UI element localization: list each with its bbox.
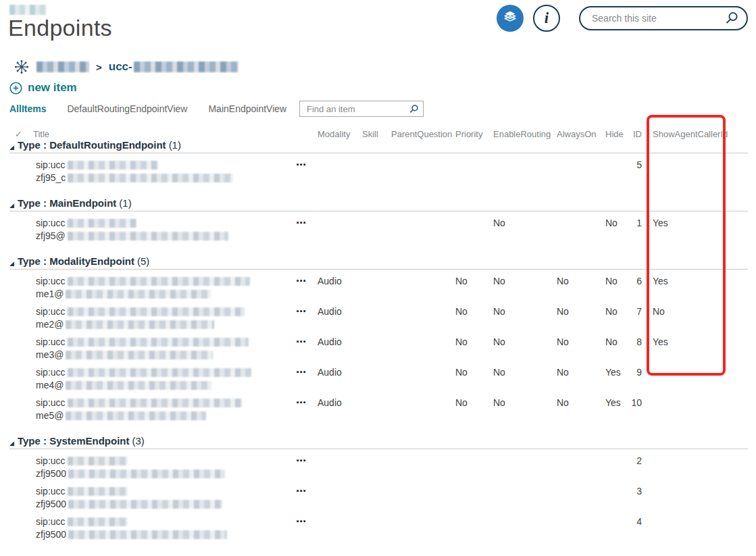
table-row[interactable]: sip:ucc me4@ ⋯ Audio No No No Yes [9,361,748,391]
group-count: (5) [137,255,149,268]
row-menu-ellipsis[interactable]: ⋯ [296,455,315,480]
row-menu-ellipsis[interactable]: ⋯ [296,485,315,511]
table-row[interactable]: sip:ucc zfj9500 ⋯ [9,480,748,510]
column-header-enablerouting[interactable]: EnableRouting [490,129,554,139]
group-section: ◢ Type : ModalityEndpoint (5) sip:ucc me… [9,255,748,422]
title-line2-redacted [68,232,228,241]
column-header-priority[interactable]: Priority [453,129,490,139]
group-count: (1) [169,139,181,151]
find-an-item-box[interactable] [299,101,424,117]
column-header-parentquestion[interactable]: ParentQuestion [388,129,453,139]
parentquestion-cell [388,515,453,541]
table-row[interactable]: sip:ucc zfj95@ ⋯ No No [9,211,748,242]
select-all-checkmark[interactable]: ✓ [9,129,30,139]
row-menu-ellipsis[interactable]: ⋯ [296,397,315,422]
group-header[interactable]: ◢ Type : ModalityEndpoint (5) [9,255,748,270]
title-cell[interactable]: sip:ucc me3@ [9,336,296,361]
site-search-box[interactable] [579,6,748,30]
parentquestion-cell [388,366,453,392]
title-cell[interactable]: sip:ucc me4@ [9,366,296,392]
table-row[interactable]: sip:ucc me5@ ⋯ Audio No No No Yes [9,391,748,422]
column-header-id[interactable]: ID [627,129,642,139]
title-line1-redacted [68,219,136,228]
alwayson-cell [554,485,603,511]
showagentcallerid-cell: No [642,305,748,331]
column-header-title[interactable]: Title [30,129,49,139]
row-menu-ellipsis[interactable]: ⋯ [296,336,315,361]
title-cell[interactable]: sip:ucc me2@ [9,305,296,331]
view-tab-mainendpointview[interactable]: MainEndpointView [208,103,286,114]
row-menu-ellipsis[interactable]: ⋯ [296,515,315,541]
column-header-modality[interactable]: Modality [315,129,359,139]
title-line2-redacted [68,530,227,539]
skill-cell [359,159,388,184]
alwayson-cell [554,455,603,480]
row-menu-ellipsis[interactable]: ⋯ [296,275,315,301]
column-header-hide[interactable]: Hide [603,129,627,139]
column-header-skill[interactable]: Skill [359,129,388,139]
table-row[interactable]: sip:ucc zfj95_c ⋯ [9,153,748,184]
view-tab-defaultroutingendpointview[interactable]: DefaultRoutingEndpointView [67,103,187,114]
id-cell: 6 [627,275,642,301]
find-an-item-input[interactable] [305,103,409,115]
view-tab-allitems[interactable]: AllItems [9,103,46,114]
title-cell[interactable]: sip:ucc zfj9500 [9,485,296,511]
skill-cell [359,455,388,480]
info-icon: i [545,10,549,26]
priority-cell [453,485,490,511]
hide-cell: No [603,217,627,243]
library-books-button[interactable] [497,5,524,32]
title-line2-prefix: zfj9500 [36,467,66,480]
priority-cell: No [453,366,490,392]
title-cell[interactable]: sip:ucc zfj9500 [9,515,296,541]
title-line1-prefix: sip:ucc [36,305,66,318]
alwayson-cell: No [554,305,603,331]
title-line2-redacted [68,174,233,182]
column-header-showagentcallerid[interactable]: ShowAgentCallerId [642,129,748,139]
modality-cell [315,217,359,243]
showagentcallerid-cell [642,159,748,184]
row-menu-ellipsis[interactable]: ⋯ [296,159,315,184]
title-cell[interactable]: sip:ucc zfj9500 [9,455,296,480]
id-cell: 7 [627,305,642,331]
group-header[interactable]: ◢ Type : DefaultRoutingEndpoint (1) [9,139,748,153]
table-row[interactable]: sip:ucc zfj9500 ⋯ [9,449,748,480]
group-label: Type : ModalityEndpoint [18,255,134,268]
breadcrumb-current[interactable]: ucc- [109,60,238,74]
table-row[interactable]: sip:ucc me1@ ⋯ Audio No No No No [9,270,748,300]
column-header-alwayson[interactable]: AlwaysOn [554,129,603,139]
table-row[interactable]: sip:ucc me3@ ⋯ Audio No No No No [9,330,748,361]
new-item-button[interactable]: new item [9,80,77,95]
table-row[interactable]: sip:ucc me2@ ⋯ Audio No No No No [9,300,748,330]
site-search-input[interactable] [590,12,724,24]
enablerouting-cell: No [490,366,554,392]
title-line1-prefix: sip:ucc [36,159,66,172]
priority-cell [453,159,490,184]
title-cell[interactable]: sip:ucc zfj95_c [9,159,296,184]
breadcrumb: > ucc- [14,57,238,76]
title-cell[interactable]: sip:ucc me5@ [9,397,296,422]
title-line1-prefix: sip:ucc [36,275,66,288]
title-cell[interactable]: sip:ucc zfj95@ [9,217,296,243]
row-menu-ellipsis[interactable]: ⋯ [296,305,315,331]
enablerouting-cell: No [490,305,554,331]
title-cell[interactable]: sip:ucc me1@ [9,275,296,301]
title-line2-prefix: zfj9500 [36,528,66,541]
table-row[interactable]: sip:ucc zfj9500 ⋯ [9,510,748,540]
row-menu-ellipsis[interactable]: ⋯ [296,366,315,392]
enablerouting-cell [490,455,554,480]
showagentcallerid-cell [642,397,748,422]
id-cell: 10 [627,397,642,422]
group-header[interactable]: ◢ Type : SystemEndpoint (3) [9,435,748,449]
showagentcallerid-cell: Yes [642,275,748,301]
breadcrumb-parent-redacted[interactable] [36,61,89,72]
group-header[interactable]: ◢ Type : MainEndpoint (1) [9,197,748,211]
group-rows: sip:ucc zfj95@ ⋯ No No [9,211,748,242]
info-button[interactable]: i [533,5,560,32]
find-magnifier-icon[interactable] [409,104,419,114]
showagentcallerid-cell [642,485,748,511]
modality-cell [315,515,359,541]
parentquestion-cell [388,485,453,511]
row-menu-ellipsis[interactable]: ⋯ [296,217,315,243]
magnifier-icon[interactable] [724,11,739,26]
